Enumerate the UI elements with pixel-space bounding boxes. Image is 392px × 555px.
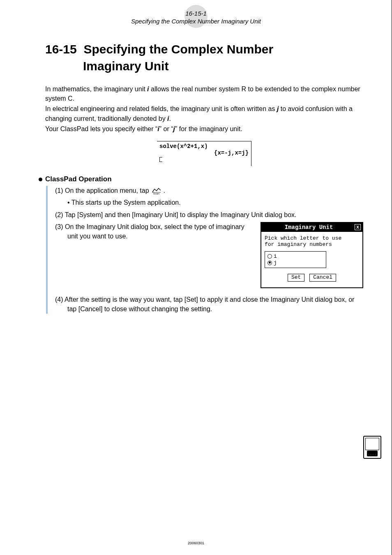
radio-icon	[267, 254, 272, 259]
operation-heading: ClassPad Operation	[45, 175, 363, 183]
section-number: 16-15	[45, 41, 77, 58]
section-title: 16-15 Specifying the Complex Number Imag…	[45, 41, 363, 74]
operation-step-4: (4) After the setting is the way you wan…	[55, 295, 363, 314]
set-button[interactable]: Set	[288, 274, 304, 282]
solve-result-line: {x=-j,x=j}	[159, 150, 249, 156]
header-subtitle: Specifying the Complex Number Imaginary …	[0, 18, 392, 25]
dialog-title-text: Imaginary Unit	[263, 224, 355, 231]
radio-group: i j	[265, 251, 326, 268]
system-app-icon: System	[151, 187, 161, 194]
page-header: 16-15-1 Specifying the Complex Number Im…	[0, 0, 392, 25]
operation-steps-block: (1) On the application menu, tap System …	[46, 186, 363, 314]
cursor-icon	[159, 157, 162, 162]
cancel-button[interactable]: Cancel	[309, 274, 336, 282]
operation-step-2: (2) Tap [System] and then [Imaginary Uni…	[55, 210, 363, 220]
operation-step-3: (3) On the Imaginary Unit dialog box, se…	[55, 222, 252, 241]
intro-paragraph-2: In electrical engineering and related fi…	[45, 104, 363, 123]
imaginary-unit-dialog: Imaginary Unit X Pick which letter to us…	[261, 222, 363, 288]
radio-icon	[267, 261, 272, 265]
intro-paragraph-3: Your ClassPad lets you specify either “i…	[45, 124, 363, 134]
dialog-prompt: Pick which letter to use for imaginary n…	[265, 235, 359, 248]
header-page-number: 16-15-1	[0, 10, 392, 17]
footer-date: 20060301	[0, 541, 392, 545]
solve-output-figure: solve(x^2+1,x) {x=-j,x=j}	[157, 141, 251, 166]
operation-step-1: (1) On the application menu, tap System …	[55, 186, 363, 195]
dialog-titlebar: Imaginary Unit X	[261, 223, 362, 232]
solve-input-line: solve(x^2+1,x)	[159, 143, 249, 150]
radio-option-j[interactable]: j	[267, 260, 323, 266]
section-title-line1: Specifying the Complex Number	[83, 41, 273, 58]
intro-paragraph-1: In mathematics, the imaginary unit i all…	[45, 84, 363, 103]
svg-text:System: System	[153, 193, 159, 195]
radio-option-i[interactable]: i	[267, 253, 323, 260]
operation-step-1-sub: • This starts up the System application.	[55, 198, 363, 207]
close-icon[interactable]: X	[355, 224, 361, 230]
section-title-line2: Imaginary Unit	[45, 58, 363, 75]
calculator-device-icon: : : : :	[363, 436, 383, 460]
